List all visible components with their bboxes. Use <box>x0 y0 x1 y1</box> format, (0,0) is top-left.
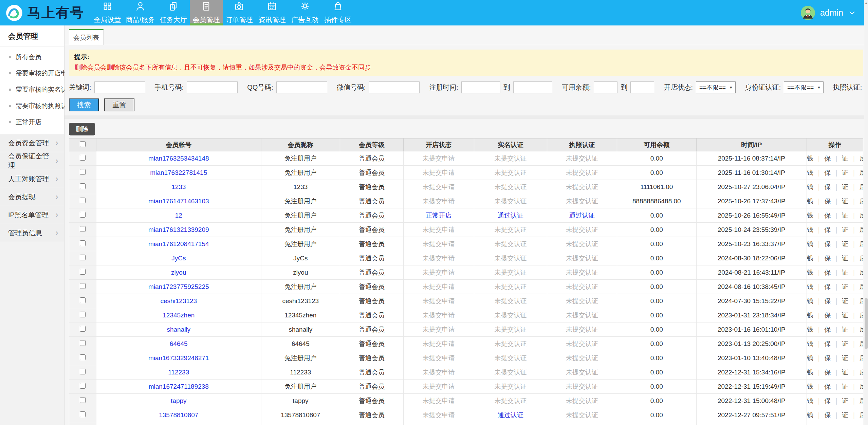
op-cert-link[interactable]: 证 <box>842 183 848 190</box>
row-checkbox[interactable] <box>80 226 86 232</box>
op-guarantee-link[interactable]: 保 <box>824 183 831 190</box>
op-backend-link[interactable]: 后台 <box>860 283 863 290</box>
op-guarantee-link[interactable]: 保 <box>824 226 831 233</box>
sidebar-item-3[interactable]: 需要审核的实名认证 <box>0 81 64 98</box>
op-money-link[interactable]: 钱 <box>807 354 813 362</box>
op-cert-link[interactable]: 证 <box>842 198 848 205</box>
row-checkbox[interactable] <box>80 354 86 360</box>
op-money-link[interactable]: 钱 <box>807 369 813 376</box>
op-money-link[interactable]: 钱 <box>807 155 813 162</box>
row-checkbox[interactable] <box>80 269 86 275</box>
member-account-link[interactable]: mian1761208417154 <box>148 240 209 247</box>
op-money-link[interactable]: 钱 <box>807 411 813 419</box>
nav-item-5[interactable]: 订单管理 <box>223 0 256 25</box>
member-account-link[interactable]: mian1763253434148 <box>148 155 209 162</box>
op-money-link[interactable]: 钱 <box>807 269 813 276</box>
op-guarantee-link[interactable]: 保 <box>824 340 831 347</box>
member-account-link[interactable]: 12 <box>175 212 182 219</box>
op-money-link[interactable]: 钱 <box>807 255 813 262</box>
shop-status-link[interactable]: 正常开店 <box>426 212 451 219</box>
member-account-link[interactable]: mian1723775925225 <box>148 283 209 290</box>
op-backend-link[interactable]: 后台 <box>860 240 863 247</box>
realname-auth-link[interactable]: 通过认证 <box>498 411 523 419</box>
op-backend-link[interactable]: 后台 <box>860 397 863 404</box>
op-cert-link[interactable]: 证 <box>842 383 848 390</box>
op-backend-link[interactable]: 后台 <box>860 183 863 190</box>
nav-item-8[interactable]: 插件专区 <box>321 0 354 25</box>
sidebar-item-2[interactable]: 需要审核的开店申请 <box>0 65 64 81</box>
op-money-link[interactable]: 钱 <box>807 312 813 319</box>
op-backend-link[interactable]: 后台 <box>860 369 863 376</box>
row-checkbox[interactable] <box>80 340 86 346</box>
member-account-link[interactable]: 13578810807 <box>159 411 198 419</box>
sidebar-section-4[interactable]: 会员提现› <box>0 188 64 206</box>
op-backend-link[interactable]: 后台 <box>860 340 863 347</box>
sidebar-section-3[interactable]: 人工对账管理› <box>0 170 64 188</box>
sidebar-item-1[interactable]: 所有会员 <box>0 49 64 65</box>
op-cert-link[interactable]: 证 <box>842 297 848 304</box>
member-account-link[interactable]: mian1672471189238 <box>149 383 209 390</box>
op-backend-link[interactable]: 后台 <box>860 383 863 390</box>
member-account-link[interactable]: 112233 <box>168 369 189 376</box>
op-guarantee-link[interactable]: 保 <box>824 397 831 404</box>
op-guarantee-link[interactable]: 保 <box>824 255 831 262</box>
nav-item-3[interactable]: 任务大厅 <box>157 0 190 25</box>
op-cert-link[interactable]: 证 <box>842 369 848 376</box>
scrollbar-thumb[interactable] <box>865 298 868 349</box>
op-money-link[interactable]: 钱 <box>807 326 813 333</box>
member-account-link[interactable]: JyCs <box>171 255 186 262</box>
row-checkbox[interactable] <box>80 383 86 389</box>
wechat-input[interactable] <box>369 81 420 93</box>
op-money-link[interactable]: 钱 <box>807 297 813 304</box>
logo[interactable]: 马上有号 <box>0 3 91 22</box>
op-cert-link[interactable]: 证 <box>842 354 848 362</box>
vertical-scrollbar[interactable]: ▲ <box>864 0 868 425</box>
op-money-link[interactable]: 钱 <box>807 212 813 219</box>
nav-item-7[interactable]: 广告互动 <box>289 0 321 25</box>
op-money-link[interactable]: 钱 <box>807 183 813 190</box>
member-account-link[interactable]: 64645 <box>170 340 188 347</box>
op-cert-link[interactable]: 证 <box>842 411 848 419</box>
nav-item-2[interactable]: 商品/服务 <box>124 0 157 25</box>
row-checkbox[interactable] <box>80 169 86 175</box>
row-checkbox[interactable] <box>80 255 86 260</box>
op-cert-link[interactable]: 证 <box>842 269 848 276</box>
op-backend-link[interactable]: 后台 <box>860 269 863 276</box>
search-button[interactable]: 搜索 <box>69 98 99 111</box>
balance-from-input[interactable] <box>594 81 617 93</box>
row-checkbox[interactable] <box>80 198 86 203</box>
op-money-link[interactable]: 钱 <box>807 240 813 247</box>
member-account-link[interactable]: 1233 <box>171 183 186 190</box>
op-cert-link[interactable]: 证 <box>842 340 848 347</box>
sidebar-section-5[interactable]: IP黑名单管理› <box>0 206 64 224</box>
row-checkbox[interactable] <box>80 283 86 289</box>
member-account-link[interactable]: mian1761471463103 <box>148 198 209 205</box>
op-guarantee-link[interactable]: 保 <box>824 369 831 376</box>
op-money-link[interactable]: 钱 <box>807 283 813 290</box>
op-cert-link[interactable]: 证 <box>842 397 848 404</box>
op-guarantee-link[interactable]: 保 <box>824 326 831 333</box>
member-account-link[interactable]: shanaily <box>167 326 190 333</box>
op-money-link[interactable]: 钱 <box>807 169 813 176</box>
op-money-link[interactable]: 钱 <box>807 226 813 233</box>
member-account-link[interactable]: tappy <box>171 397 186 404</box>
reset-button[interactable]: 重置 <box>104 98 134 111</box>
op-backend-link[interactable]: 后台 <box>860 212 863 219</box>
op-guarantee-link[interactable]: 保 <box>824 212 831 219</box>
sidebar-section-2[interactable]: 会员保证金管理› <box>0 152 64 170</box>
row-checkbox[interactable] <box>80 312 86 317</box>
row-checkbox[interactable] <box>80 411 86 417</box>
member-account-link[interactable]: mian176322781415 <box>150 169 207 176</box>
op-cert-link[interactable]: 证 <box>842 240 848 247</box>
keyword-input[interactable] <box>94 81 145 93</box>
regtime-to-input[interactable] <box>513 81 552 93</box>
member-account-link[interactable]: ceshi123123 <box>160 297 197 304</box>
op-money-link[interactable]: 钱 <box>807 397 813 404</box>
user-menu[interactable]: admin <box>801 0 856 25</box>
shop-status-select[interactable]: ==不限==▾ <box>696 81 736 93</box>
op-cert-link[interactable]: 证 <box>842 326 848 333</box>
sidebar-item-4[interactable]: 需要审核的执照认证 <box>0 98 64 114</box>
op-backend-link[interactable]: 后台 <box>860 226 863 233</box>
op-backend-link[interactable]: 后台 <box>860 326 863 333</box>
op-guarantee-link[interactable]: 保 <box>824 198 831 205</box>
